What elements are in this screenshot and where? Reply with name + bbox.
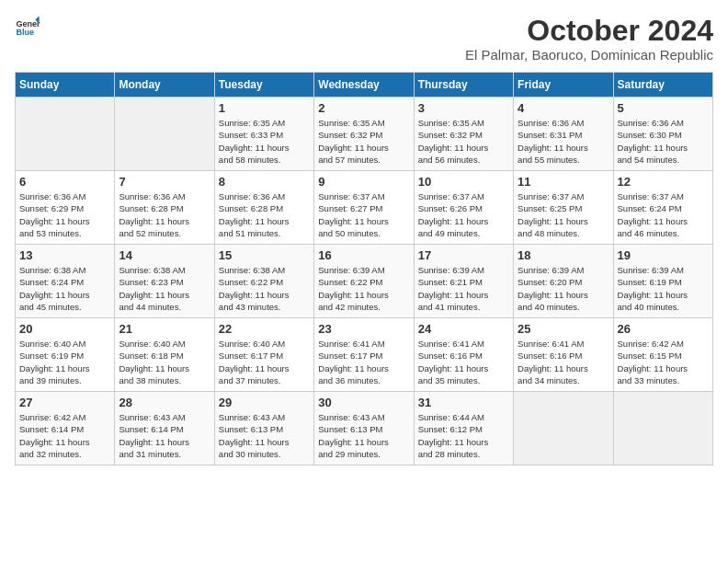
- calendar-cell: 20Sunrise: 6:40 AM Sunset: 6:19 PM Dayli…: [16, 318, 115, 392]
- day-number: 21: [119, 322, 210, 336]
- weekday-header-sunday: Sunday: [16, 73, 115, 98]
- day-info: Sunrise: 6:39 AM Sunset: 6:21 PM Dayligh…: [418, 264, 509, 313]
- day-number: 27: [19, 396, 110, 409]
- day-info: Sunrise: 6:38 AM Sunset: 6:24 PM Dayligh…: [19, 264, 110, 313]
- day-info: Sunrise: 6:36 AM Sunset: 6:29 PM Dayligh…: [19, 190, 110, 239]
- weekday-header-friday: Friday: [514, 73, 613, 98]
- calendar-cell: 13Sunrise: 6:38 AM Sunset: 6:24 PM Dayli…: [16, 245, 115, 318]
- calendar-cell: 1Sunrise: 6:35 AM Sunset: 6:33 PM Daylig…: [214, 98, 313, 171]
- calendar-table: SundayMondayTuesdayWednesdayThursdayFrid…: [15, 72, 713, 465]
- day-info: Sunrise: 6:37 AM Sunset: 6:24 PM Dayligh…: [618, 190, 709, 239]
- day-number: 3: [418, 101, 509, 115]
- day-info: Sunrise: 6:43 AM Sunset: 6:13 PM Dayligh…: [219, 411, 310, 460]
- weekday-header-thursday: Thursday: [414, 73, 513, 98]
- calendar-cell: 5Sunrise: 6:36 AM Sunset: 6:30 PM Daylig…: [613, 98, 712, 171]
- day-number: 7: [119, 175, 210, 189]
- calendar-cell: 19Sunrise: 6:39 AM Sunset: 6:19 PM Dayli…: [613, 245, 712, 318]
- weekday-header-row: SundayMondayTuesdayWednesdayThursdayFrid…: [16, 73, 713, 98]
- day-number: 15: [219, 248, 310, 262]
- calendar-cell: 26Sunrise: 6:42 AM Sunset: 6:15 PM Dayli…: [613, 318, 712, 392]
- calendar-cell: [613, 392, 712, 465]
- calendar-cell: 4Sunrise: 6:36 AM Sunset: 6:31 PM Daylig…: [514, 98, 613, 171]
- calendar-cell: 9Sunrise: 6:37 AM Sunset: 6:27 PM Daylig…: [314, 171, 414, 245]
- day-number: 8: [219, 175, 310, 189]
- day-info: Sunrise: 6:38 AM Sunset: 6:23 PM Dayligh…: [119, 264, 210, 313]
- day-number: 20: [19, 322, 110, 336]
- header: General Blue October 2024 El Palmar, Bao…: [15, 15, 713, 63]
- calendar-cell: 14Sunrise: 6:38 AM Sunset: 6:23 PM Dayli…: [115, 245, 214, 318]
- day-info: Sunrise: 6:40 AM Sunset: 6:18 PM Dayligh…: [119, 338, 210, 386]
- calendar-cell: [16, 98, 115, 171]
- calendar-week-3: 13Sunrise: 6:38 AM Sunset: 6:24 PM Dayli…: [16, 245, 713, 318]
- day-number: 13: [19, 248, 110, 262]
- calendar-cell: 21Sunrise: 6:40 AM Sunset: 6:18 PM Dayli…: [115, 318, 214, 392]
- calendar-cell: [115, 98, 214, 171]
- day-number: 12: [618, 175, 709, 189]
- day-info: Sunrise: 6:39 AM Sunset: 6:19 PM Dayligh…: [618, 264, 709, 313]
- day-info: Sunrise: 6:43 AM Sunset: 6:13 PM Dayligh…: [318, 411, 409, 460]
- day-number: 11: [518, 175, 609, 189]
- calendar-week-1: 1Sunrise: 6:35 AM Sunset: 6:33 PM Daylig…: [16, 98, 713, 171]
- calendar-week-4: 20Sunrise: 6:40 AM Sunset: 6:19 PM Dayli…: [16, 318, 713, 392]
- day-info: Sunrise: 6:38 AM Sunset: 6:22 PM Dayligh…: [219, 264, 310, 313]
- day-info: Sunrise: 6:37 AM Sunset: 6:25 PM Dayligh…: [518, 190, 609, 239]
- calendar-cell: 27Sunrise: 6:42 AM Sunset: 6:14 PM Dayli…: [16, 392, 115, 465]
- calendar-cell: 22Sunrise: 6:40 AM Sunset: 6:17 PM Dayli…: [214, 318, 313, 392]
- day-info: Sunrise: 6:41 AM Sunset: 6:16 PM Dayligh…: [518, 338, 609, 386]
- day-number: 1: [219, 101, 310, 115]
- day-info: Sunrise: 6:42 AM Sunset: 6:14 PM Dayligh…: [19, 411, 110, 460]
- day-info: Sunrise: 6:37 AM Sunset: 6:27 PM Dayligh…: [318, 190, 409, 239]
- day-info: Sunrise: 6:35 AM Sunset: 6:32 PM Dayligh…: [318, 117, 409, 166]
- calendar-cell: 23Sunrise: 6:41 AM Sunset: 6:17 PM Dayli…: [314, 318, 414, 392]
- calendar-week-5: 27Sunrise: 6:42 AM Sunset: 6:14 PM Dayli…: [16, 392, 713, 465]
- day-number: 24: [418, 322, 509, 336]
- day-number: 16: [318, 248, 409, 262]
- day-info: Sunrise: 6:35 AM Sunset: 6:32 PM Dayligh…: [418, 117, 509, 166]
- weekday-header-tuesday: Tuesday: [214, 73, 313, 98]
- day-info: Sunrise: 6:41 AM Sunset: 6:16 PM Dayligh…: [418, 338, 509, 386]
- day-info: Sunrise: 6:35 AM Sunset: 6:33 PM Dayligh…: [219, 117, 310, 166]
- day-number: 23: [318, 322, 409, 336]
- day-number: 9: [318, 175, 409, 189]
- calendar-cell: 15Sunrise: 6:38 AM Sunset: 6:22 PM Dayli…: [214, 245, 313, 318]
- calendar-cell: 7Sunrise: 6:36 AM Sunset: 6:28 PM Daylig…: [115, 171, 214, 245]
- calendar-cell: 29Sunrise: 6:43 AM Sunset: 6:13 PM Dayli…: [214, 392, 313, 465]
- day-info: Sunrise: 6:40 AM Sunset: 6:17 PM Dayligh…: [219, 338, 310, 386]
- day-number: 22: [219, 322, 310, 336]
- calendar-cell: 17Sunrise: 6:39 AM Sunset: 6:21 PM Dayli…: [414, 245, 513, 318]
- calendar-title: October 2024: [465, 15, 713, 47]
- day-number: 29: [219, 396, 310, 409]
- day-info: Sunrise: 6:36 AM Sunset: 6:30 PM Dayligh…: [618, 117, 709, 166]
- day-info: Sunrise: 6:36 AM Sunset: 6:31 PM Dayligh…: [518, 117, 609, 166]
- day-info: Sunrise: 6:36 AM Sunset: 6:28 PM Dayligh…: [219, 190, 310, 239]
- calendar-cell: [514, 392, 613, 465]
- day-number: 2: [318, 101, 409, 115]
- calendar-cell: 18Sunrise: 6:39 AM Sunset: 6:20 PM Dayli…: [514, 245, 613, 318]
- title-area: October 2024 El Palmar, Baoruco, Dominic…: [465, 15, 713, 63]
- calendar-cell: 3Sunrise: 6:35 AM Sunset: 6:32 PM Daylig…: [414, 98, 513, 171]
- day-number: 25: [518, 322, 609, 336]
- calendar-cell: 30Sunrise: 6:43 AM Sunset: 6:13 PM Dayli…: [314, 392, 414, 465]
- day-number: 28: [119, 396, 210, 409]
- calendar-cell: 11Sunrise: 6:37 AM Sunset: 6:25 PM Dayli…: [514, 171, 613, 245]
- calendar-cell: 31Sunrise: 6:44 AM Sunset: 6:12 PM Dayli…: [414, 392, 513, 465]
- calendar-cell: 24Sunrise: 6:41 AM Sunset: 6:16 PM Dayli…: [414, 318, 513, 392]
- day-number: 14: [119, 248, 210, 262]
- day-number: 30: [318, 396, 409, 409]
- weekday-header-saturday: Saturday: [613, 73, 712, 98]
- calendar-cell: 2Sunrise: 6:35 AM Sunset: 6:32 PM Daylig…: [314, 98, 414, 171]
- day-info: Sunrise: 6:39 AM Sunset: 6:22 PM Dayligh…: [318, 264, 409, 313]
- calendar-cell: 8Sunrise: 6:36 AM Sunset: 6:28 PM Daylig…: [214, 171, 313, 245]
- day-number: 17: [418, 248, 509, 262]
- day-info: Sunrise: 6:36 AM Sunset: 6:28 PM Dayligh…: [119, 190, 210, 239]
- day-number: 19: [618, 248, 709, 262]
- calendar-week-2: 6Sunrise: 6:36 AM Sunset: 6:29 PM Daylig…: [16, 171, 713, 245]
- calendar-cell: 12Sunrise: 6:37 AM Sunset: 6:24 PM Dayli…: [613, 171, 712, 245]
- day-info: Sunrise: 6:40 AM Sunset: 6:19 PM Dayligh…: [19, 338, 110, 386]
- day-number: 4: [518, 101, 609, 115]
- day-number: 5: [618, 101, 709, 115]
- logo: General Blue: [15, 15, 40, 40]
- day-info: Sunrise: 6:39 AM Sunset: 6:20 PM Dayligh…: [518, 264, 609, 313]
- calendar-cell: 16Sunrise: 6:39 AM Sunset: 6:22 PM Dayli…: [314, 245, 414, 318]
- calendar-cell: 10Sunrise: 6:37 AM Sunset: 6:26 PM Dayli…: [414, 171, 513, 245]
